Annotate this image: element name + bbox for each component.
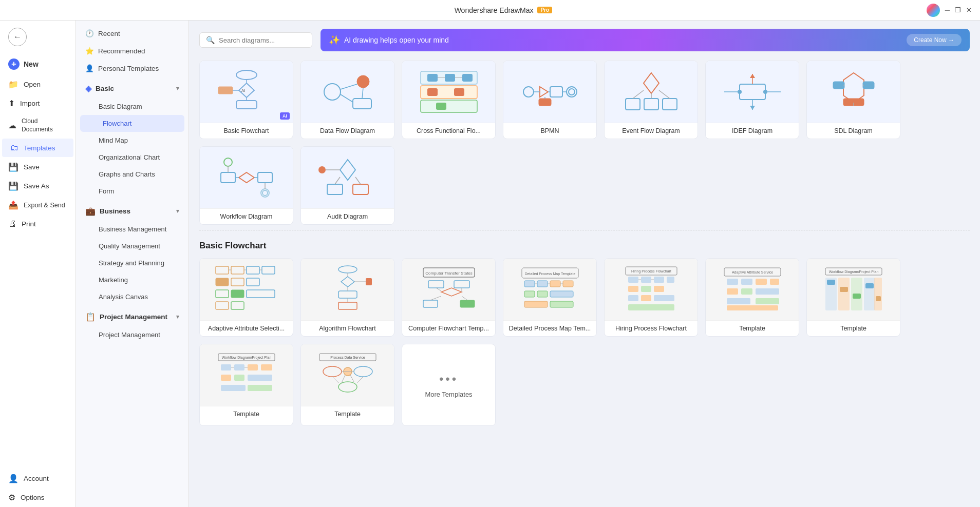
sidebar-item-saveas[interactable]: 💾 Save As bbox=[0, 177, 76, 196]
svg-rect-117 bbox=[537, 291, 548, 297]
template-card-algorithm[interactable]: Algorithm Flowchart bbox=[300, 258, 394, 337]
svg-marker-48 bbox=[750, 106, 755, 110]
svg-line-41 bbox=[659, 90, 670, 99]
card-label: Basic Flowchart bbox=[200, 123, 293, 139]
nav-item-analysis[interactable]: Analysis Canvas bbox=[76, 288, 189, 305]
main-content: 🔍 ✨ AI drawing helps open your mind Crea… bbox=[189, 21, 980, 507]
svg-rect-130 bbox=[628, 286, 638, 292]
basic-label: Basic bbox=[96, 85, 114, 92]
search-box[interactable]: 🔍 bbox=[199, 32, 312, 48]
template-card-adaptive[interactable]: Adaptive Attribute Selecti... bbox=[199, 258, 293, 337]
template-card-t8[interactable]: Workflow Diagram/Project Plan bbox=[199, 344, 293, 426]
template-card-workflow[interactable]: Workflow Diagram bbox=[199, 146, 293, 225]
template-card-cross-func[interactable]: Cross Functional Flo... bbox=[402, 61, 496, 139]
svg-rect-92 bbox=[338, 291, 357, 298]
minimize-icon[interactable]: ─ bbox=[945, 6, 950, 14]
content-scroll: 🔍 ✨ AI drawing helps open your mind Crea… bbox=[189, 21, 980, 507]
nav-item-graphs[interactable]: Graphs and Charts bbox=[76, 166, 189, 183]
create-now-button[interactable]: Create Now → bbox=[907, 34, 962, 46]
project-label: Project Management bbox=[100, 313, 167, 321]
sidebar-item-print[interactable]: 🖨 Print bbox=[0, 215, 76, 233]
avatar bbox=[927, 4, 940, 17]
titlebar-center: Wondershare EdrawMax Pro bbox=[455, 6, 552, 14]
templates-icon: 🗂 bbox=[10, 143, 18, 152]
svg-rect-128 bbox=[654, 277, 664, 283]
svg-marker-47 bbox=[750, 74, 755, 78]
svg-text:Detailed Process Map Template: Detailed Process Map Template bbox=[524, 272, 575, 276]
svg-rect-165 bbox=[221, 364, 231, 371]
search-input[interactable] bbox=[219, 36, 301, 44]
card-label: Cross Functional Flo... bbox=[402, 123, 495, 139]
sidebar-item-templates[interactable]: 🗂 Templates bbox=[2, 139, 73, 157]
nav-item-biz-mgmt[interactable]: Business Management bbox=[76, 221, 189, 238]
nav-item-personal[interactable]: 👤 Personal Templates bbox=[76, 60, 189, 77]
nav-item-recent[interactable]: 🕐 Recent bbox=[76, 25, 189, 42]
new-button[interactable]: + New bbox=[0, 53, 76, 75]
quality-label: Quality Management bbox=[99, 242, 160, 250]
restore-icon[interactable]: ❐ bbox=[955, 6, 961, 14]
card-label: Data Flow Diagram bbox=[301, 123, 394, 139]
template-card-bpmn[interactable]: BPMN bbox=[503, 61, 597, 139]
template-card-audit[interactable]: Audit Diagram bbox=[300, 146, 394, 225]
project-chevron-icon: ▾ bbox=[176, 314, 179, 320]
nav-item-org-chart[interactable]: Organizational Chart bbox=[76, 149, 189, 166]
sidebar-item-export[interactable]: 📤 Export & Send bbox=[0, 196, 76, 215]
nav-section-basic[interactable]: ◈ Basic ▾ bbox=[76, 79, 189, 98]
save-label: Save bbox=[24, 163, 40, 171]
svg-rect-134 bbox=[641, 295, 651, 301]
sidebar-item-import[interactable]: ⬆ Import bbox=[0, 94, 76, 113]
template-card-data-flow[interactable]: Data Flow Diagram bbox=[300, 61, 394, 139]
svg-rect-10 bbox=[353, 99, 371, 109]
nav-item-strategy[interactable]: Strategy and Planning bbox=[76, 255, 189, 271]
card-img-algorithm bbox=[301, 259, 394, 320]
template-card-t6[interactable]: Adaptive Attribute Service Template bbox=[705, 258, 799, 337]
templates-label: Templates bbox=[24, 144, 55, 152]
nav-item-mindmap[interactable]: Mind Map bbox=[76, 132, 189, 149]
back-button[interactable]: ← bbox=[0, 21, 76, 53]
card-img-workflow bbox=[200, 147, 293, 208]
sidebar-item-options[interactable]: ⚙ Options bbox=[0, 488, 76, 507]
sidebar-item-save[interactable]: 💾 Save bbox=[0, 158, 76, 177]
template-card-detailed-process[interactable]: Detailed Process Map Template bbox=[503, 258, 597, 337]
nav-section-project[interactable]: 📋 Project Management ▾ bbox=[76, 307, 189, 326]
card-img-event-flow bbox=[605, 61, 698, 123]
template-card-t7[interactable]: Workflow Diagram/Project Plan Template bbox=[806, 258, 900, 337]
form-label: Form bbox=[99, 187, 114, 195]
template-card-event-flow[interactable]: Event Flow Diagram bbox=[604, 61, 698, 139]
template-card-computer-flowchart[interactable]: Computer Transfer States Computer Flowch… bbox=[402, 258, 496, 337]
nav-item-form[interactable]: Form bbox=[76, 183, 189, 200]
sidebar-item-cloud[interactable]: ☁ Cloud Documents bbox=[0, 113, 76, 138]
nav-section-business[interactable]: 💼 Business ▾ bbox=[76, 202, 189, 221]
template-card-t9[interactable]: Process Data Service Template bbox=[300, 344, 394, 426]
svg-line-106 bbox=[436, 288, 441, 291]
nav-item-recommended[interactable]: ⭐ Recommended bbox=[76, 42, 189, 60]
export-label: Export & Send bbox=[24, 202, 65, 209]
cloud-label: Cloud Documents bbox=[22, 118, 67, 133]
sidebar-item-account[interactable]: 👤 Account bbox=[0, 469, 76, 488]
more-templates-card[interactable]: ••• More Templates bbox=[402, 344, 496, 426]
sidebar-item-open[interactable]: 📁 Open bbox=[0, 75, 76, 94]
card-img-data-flow bbox=[301, 61, 394, 123]
nav-item-flowchart[interactable]: Flowchart bbox=[80, 115, 184, 132]
flowchart-label: Flowchart bbox=[103, 120, 131, 127]
template-card-hiring[interactable]: Hiring Process Flowchart bbox=[604, 258, 698, 337]
svg-marker-35 bbox=[644, 73, 659, 93]
svg-text:AI: AI bbox=[241, 88, 246, 93]
svg-rect-129 bbox=[667, 277, 674, 283]
nav-item-project-mgmt[interactable]: Project Management bbox=[76, 326, 189, 343]
biz-mgmt-label: Business Management bbox=[99, 225, 166, 233]
nav-item-basic-diagram[interactable]: Basic Diagram bbox=[76, 98, 189, 115]
template-card-basic-flowchart[interactable]: AI AI Basic Flowchart bbox=[199, 61, 293, 139]
svg-rect-75 bbox=[216, 266, 229, 274]
svg-rect-80 bbox=[231, 278, 244, 286]
svg-rect-21 bbox=[454, 88, 464, 96]
nav-item-quality[interactable]: Quality Management bbox=[76, 238, 189, 255]
nav-item-marketing[interactable]: Marketing bbox=[76, 271, 189, 288]
svg-rect-146 bbox=[741, 288, 752, 295]
business-chevron-icon: ▾ bbox=[176, 208, 179, 215]
card-img-bpmn bbox=[503, 61, 596, 123]
template-card-idef[interactable]: IDEF Diagram bbox=[705, 61, 799, 139]
import-label: Import bbox=[20, 100, 40, 107]
template-card-sdl[interactable]: SDL Diagram bbox=[806, 61, 900, 139]
close-icon[interactable]: ✕ bbox=[966, 6, 972, 14]
